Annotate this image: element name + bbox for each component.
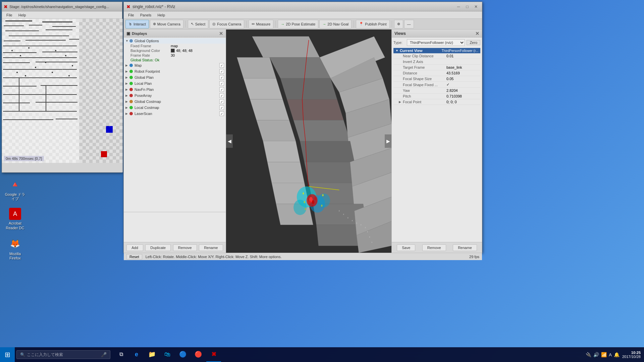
search-input[interactable] [27, 352, 101, 357]
global-options-item[interactable]: ▼ Global Options [124, 38, 226, 44]
global-costmap-item[interactable]: ▶ Global Costmap ✓ [124, 99, 226, 105]
svg-marker-67 [263, 141, 300, 162]
nav-goal-button[interactable]: → 2D Nav Goal [319, 20, 352, 28]
status-hint: Left-Click: Rotate. Middle-Click: Move X… [146, 255, 466, 259]
views-save-button[interactable]: Save [397, 244, 415, 251]
navfn-plan-item[interactable]: ▶ NavFn Plan ✓ [124, 86, 226, 93]
pitch-value: 0.710398 [446, 94, 478, 98]
views-zero-button[interactable]: Zero [467, 40, 480, 45]
acrobat-icon[interactable]: A Acrobat Reader DC [3, 208, 27, 230]
pose-array-check[interactable]: ✓ [219, 93, 224, 98]
move-camera-button[interactable]: ⊕ Move Camera [150, 20, 183, 28]
nav-arrow-left[interactable]: ◀ [226, 134, 233, 148]
store-button[interactable]: 🛍 [160, 347, 175, 362]
rviz-taskbar-icon: ✖ [211, 351, 216, 358]
robot-footprint-name: Robot Footprint [135, 69, 219, 73]
minus-icon: — [407, 22, 411, 26]
maximize-button[interactable]: □ [464, 3, 471, 10]
extra-btn-2[interactable]: — [404, 20, 414, 28]
viewport-3d[interactable]: ◀ [226, 29, 391, 253]
rename-button[interactable]: Rename [199, 244, 223, 251]
views-remove-button[interactable]: Remove [422, 244, 446, 251]
volume-icon[interactable]: 🔊 [593, 352, 599, 357]
stage-menu-help[interactable]: Help [16, 12, 29, 18]
global-plan-item[interactable]: ▶ Global Plan ✓ [124, 74, 226, 80]
views-close[interactable]: ✕ [475, 31, 479, 36]
nav-arrow-right[interactable]: ▶ [385, 134, 391, 148]
global-costmap-check[interactable]: ✓ [219, 99, 224, 104]
laserscan-check[interactable]: ✓ [219, 111, 224, 116]
views-type-select[interactable]: ThirdPersonFollower (rviz) [407, 39, 465, 46]
wifi-icon[interactable]: 📶 [601, 352, 607, 357]
notification-icon[interactable]: 🔔 [614, 352, 620, 357]
local-costmap-item[interactable]: ▶ Local Costmap ✓ [124, 105, 226, 111]
views-rename-button[interactable]: Rename [453, 244, 477, 251]
publish-point-button[interactable]: 📍 Publish Point [356, 20, 389, 28]
distance-label: Distance [403, 71, 446, 75]
stage-menu-file[interactable]: File [4, 12, 15, 18]
pose-array-item[interactable]: ▶ PoseArray ✓ [124, 93, 226, 99]
chrome-button[interactable]: 🔵 [175, 347, 190, 362]
global-plan-check[interactable]: ✓ [219, 75, 224, 80]
map-check[interactable]: ✓ [219, 63, 224, 68]
focus-camera-button[interactable]: ◎ Focus Camera [209, 20, 244, 28]
rviz-menu-panels[interactable]: Panels [138, 12, 154, 18]
select-button[interactable]: ↖ Select [188, 20, 209, 28]
local-plan-item[interactable]: ▶ Local Plan ✓ [124, 80, 226, 86]
network-icon[interactable]: 🔌 [586, 352, 591, 357]
rviz-menu-help[interactable]: Help [155, 12, 168, 18]
firefox-icon[interactable]: 🦊 Mozilla Firefox [3, 237, 27, 260]
close-button[interactable]: ✕ [473, 3, 479, 10]
search-box[interactable]: 🔍 🎤 [16, 350, 110, 359]
duplicate-button[interactable]: Duplicate [145, 244, 171, 251]
rviz-titlebar: ✖ single_robot.rviz* - RViz ─ □ ✕ [124, 2, 482, 11]
rviz-menu-file[interactable]: File [125, 12, 137, 18]
remove-button[interactable]: Remove [173, 244, 197, 251]
rviz-taskbar-button[interactable]: ✖ [206, 347, 221, 362]
svg-rect-22 [36, 62, 77, 62]
explorer-icon: 📁 [148, 351, 156, 358]
local-costmap-check[interactable]: ✓ [219, 105, 224, 110]
local-plan-check[interactable]: ✓ [219, 81, 224, 86]
pose-array-dot [129, 94, 133, 97]
status-fps: 29 fps [469, 255, 479, 259]
current-view-header[interactable]: ▼ Current View ThirdPersonFollower (r... [393, 48, 480, 53]
rviz-window: ✖ single_robot.rviz* - RViz ─ □ ✕ File P… [123, 2, 482, 253]
taskbar-right: 🔌 🔊 📶 A 🔔 10:25 2017/10/28 [586, 351, 644, 359]
measure-button[interactable]: ⇔ Measure [249, 20, 273, 28]
pitch-row: Pitch 0.710398 [393, 94, 480, 99]
google-drive-icon[interactable]: 🔺 Google ドライブ [3, 178, 27, 201]
extra-btn-1[interactable]: ⊕ [394, 20, 403, 28]
edge-button[interactable]: e [129, 347, 144, 362]
frame-rate-item: Frame Rate 30 [124, 53, 226, 58]
focal-shape-fixed-row: Focal Shape Fixed ... ✓ [393, 82, 480, 88]
robot-footprint-item[interactable]: ▶ Robot Footprint ✓ [124, 68, 226, 74]
svg-marker-62 [257, 120, 296, 141]
map-display-item[interactable]: ▶ Map ✓ [124, 62, 226, 68]
keyboard-icon[interactable]: A [609, 352, 612, 357]
start-button[interactable]: ⊞ [0, 347, 15, 362]
rviz-toolbar: 🖱 Interact ⊕ Move Camera ↖ Select ◎ Focu… [124, 19, 482, 29]
laserscan-item[interactable]: ▶ LaserScan ✓ [124, 111, 226, 117]
displays-close[interactable]: ✕ [219, 31, 223, 36]
rviz-title-icon: ✖ [126, 4, 130, 9]
svg-rect-46 [46, 86, 46, 111]
pose-estimate-button[interactable]: → 2D Pose Estimate [278, 20, 318, 28]
displays-footer: Add Duplicate Remove Rename [124, 242, 226, 253]
interact-button[interactable]: 🖱 Interact [125, 20, 149, 28]
svg-rect-48 [101, 151, 107, 157]
task-view-button[interactable]: ⧉ [114, 347, 128, 362]
minimize-button[interactable]: ─ [455, 3, 462, 10]
map-name: Map [135, 63, 219, 67]
taskbar-clock[interactable]: 10:25 2017/10/28 [622, 351, 641, 359]
current-view-label: Current View [400, 49, 423, 53]
robot-footprint-check[interactable]: ✓ [219, 69, 224, 74]
status-reset-button[interactable]: Reset [126, 254, 142, 259]
mic-icon[interactable]: 🎤 [101, 352, 107, 357]
ubuntu-button[interactable]: 🔴 [191, 347, 206, 362]
color-swatch[interactable] [171, 49, 175, 53]
navfn-plan-check[interactable]: ✓ [219, 87, 224, 92]
svg-point-92 [304, 201, 305, 203]
explorer-button[interactable]: 📁 [145, 347, 159, 362]
add-button[interactable]: Add [126, 244, 143, 251]
